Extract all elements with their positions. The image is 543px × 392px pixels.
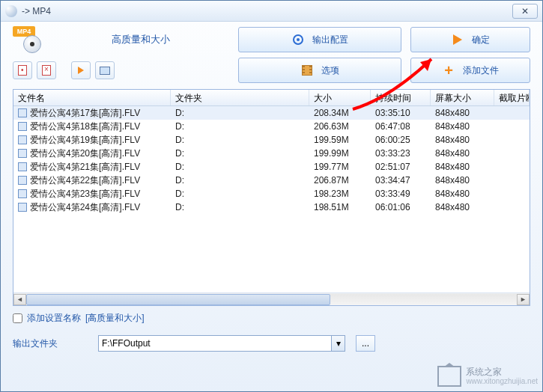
file-icon [18, 122, 27, 131]
add-settings-checkbox-row[interactable]: 添加设置名称 [高质量和大小] [13, 312, 530, 325]
file-resolution: 848x480 [431, 120, 494, 133]
ok-button[interactable]: 确定 [410, 27, 530, 52]
output-folder-value: F:\FFOutput [102, 338, 151, 349]
col-name[interactable]: 文件名 [13, 90, 171, 105]
table-row[interactable]: 爱情公寓4第20集[高清].FLVD:199.99M03:33:23848x48… [13, 147, 530, 160]
horizontal-scrollbar[interactable]: ◄ ► [13, 293, 530, 305]
file-icon [18, 162, 27, 171]
add-settings-label: 添加设置名称 [27, 312, 81, 325]
options-button[interactable]: 选项 [238, 58, 401, 83]
file-folder: D: [171, 174, 309, 187]
file-name: 爱情公寓4第23集[高清].FLV [30, 188, 140, 200]
app-icon [5, 5, 17, 17]
add-file-button[interactable]: + 添加文件 [410, 58, 530, 83]
file-icon [18, 149, 27, 158]
file-folder: D: [171, 120, 309, 133]
file-size: 199.77M [309, 160, 371, 174]
preview-button[interactable] [95, 61, 115, 79]
add-settings-checkbox[interactable] [13, 313, 22, 323]
file-icon [18, 203, 27, 212]
file-size: 206.87M [309, 174, 371, 187]
file-duration: 06:01:06 [371, 200, 431, 214]
file-remove-button[interactable] [37, 61, 56, 79]
file-size: 198.23M [309, 187, 371, 200]
file-duration: 02:51:07 [371, 160, 431, 174]
file-snapshot [494, 200, 530, 214]
table-row[interactable]: 爱情公寓4第19集[高清].FLVD:199.59M06:00:25848x48… [13, 133, 530, 147]
close-icon: ✕ [521, 6, 529, 16]
file-snapshot [494, 174, 530, 187]
file-snapshot [494, 106, 530, 120]
play-icon [78, 67, 84, 74]
disc-icon [23, 35, 41, 53]
options-label: 选项 [321, 64, 339, 77]
table-row[interactable]: 爱情公寓4第22集[高清].FLVD:206.87M03:34:47848x48… [13, 174, 530, 187]
watermark-logo-icon [437, 366, 461, 387]
output-config-label: 输出配置 [312, 34, 348, 46]
file-size: 198.51M [309, 200, 371, 214]
file-snapshot [494, 133, 530, 147]
file-name: 爱情公寓4第17集[高清].FLV [30, 107, 140, 120]
list-body[interactable]: 爱情公寓4第17集[高清].FLVD:208.34M03:35:10848x48… [13, 106, 530, 293]
file-size: 206.63M [309, 120, 371, 133]
file-folder: D: [171, 147, 309, 160]
file-duration: 03:33:49 [371, 187, 431, 200]
file-duration: 06:47:08 [371, 120, 431, 133]
table-row[interactable]: 爱情公寓4第17集[高清].FLVD:208.34M03:35:10848x48… [13, 106, 530, 120]
arrow-right-icon [451, 33, 464, 46]
col-folder[interactable]: 文件夹 [171, 90, 309, 105]
scroll-left-icon[interactable]: ◄ [13, 294, 26, 305]
file-name: 爱情公寓4第22集[高清].FLV [30, 174, 140, 187]
list-header: 文件名 文件夹 大小 持续时间 屏幕大小 截取片断 [13, 90, 530, 106]
table-row[interactable]: 爱情公寓4第18集[高清].FLVD:206.63M06:47:08848x48… [13, 120, 530, 133]
doc-remove-icon [42, 65, 51, 76]
output-folder-combo[interactable]: F:\FFOutput ▾ [98, 335, 345, 352]
col-size[interactable]: 大小 [309, 90, 371, 105]
file-name: 爱情公寓4第21集[高清].FLV [30, 161, 140, 174]
file-add-button[interactable] [13, 61, 32, 79]
ok-label: 确定 [472, 34, 490, 46]
titlebar: -> MP4 ✕ [1, 1, 542, 22]
file-duration: 03:34:47 [371, 174, 431, 187]
file-snapshot [494, 160, 530, 174]
file-snapshot [494, 120, 530, 133]
gear-icon [291, 33, 305, 46]
output-folder-label: 输出文件夹 [13, 337, 88, 350]
table-row[interactable]: 爱情公寓4第24集[高清].FLVD:198.51M06:01:06848x48… [13, 200, 530, 214]
file-icon [18, 135, 27, 144]
col-resolution[interactable]: 屏幕大小 [431, 90, 494, 105]
watermark: 系统之家 www.xitongzhuijia.net [437, 366, 538, 387]
file-size: 199.99M [309, 147, 371, 160]
file-resolution: 848x480 [431, 147, 494, 160]
table-row[interactable]: 爱情公寓4第23集[高清].FLVD:198.23M03:33:49848x48… [13, 187, 530, 200]
file-folder: D: [171, 106, 309, 120]
browse-button[interactable]: ... [356, 335, 375, 352]
file-name: 爱情公寓4第18集[高清].FLV [30, 120, 140, 133]
output-config-button[interactable]: 输出配置 [238, 27, 401, 52]
file-name: 爱情公寓4第24集[高清].FLV [30, 201, 140, 214]
close-button[interactable]: ✕ [512, 4, 538, 19]
watermark-sub: www.xitongzhuijia.net [466, 377, 538, 385]
file-icon [18, 108, 27, 117]
file-resolution: 848x480 [431, 106, 494, 120]
file-snapshot [494, 187, 530, 200]
col-duration[interactable]: 持续时间 [371, 90, 431, 105]
file-folder: D: [171, 133, 309, 147]
table-row[interactable]: 爱情公寓4第21集[高清].FLVD:199.77M02:51:07848x48… [13, 160, 530, 174]
play-button[interactable] [71, 61, 91, 79]
file-name: 爱情公寓4第19集[高清].FLV [30, 134, 140, 147]
toolbar [13, 61, 229, 79]
chevron-down-icon[interactable]: ▾ [331, 336, 345, 351]
scroll-right-icon[interactable]: ► [517, 294, 530, 305]
add-settings-value: [高质量和大小] [85, 312, 145, 325]
screen-icon [100, 67, 110, 75]
scroll-thumb[interactable] [26, 294, 330, 305]
add-file-label: 添加文件 [463, 64, 499, 77]
file-icon [18, 189, 27, 198]
col-snapshot[interactable]: 截取片断 [494, 90, 530, 105]
file-resolution: 848x480 [431, 174, 494, 187]
file-size: 199.59M [309, 133, 371, 147]
window-title: -> MP4 [22, 6, 51, 16]
file-folder: D: [171, 187, 309, 200]
file-resolution: 848x480 [431, 187, 494, 200]
